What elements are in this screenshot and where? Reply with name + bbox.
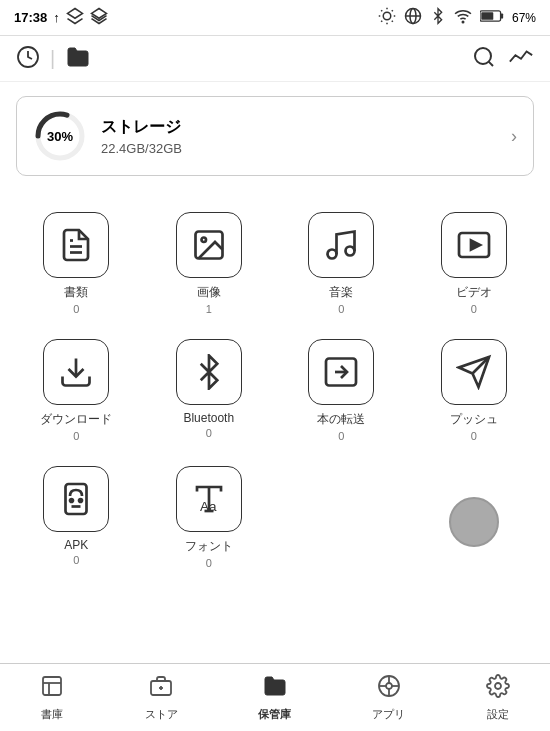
bottom-item-storage[interactable]: 保管庫 [248,670,301,726]
grid-item-music[interactable]: 音楽 0 [275,200,408,327]
bottom-item-apps[interactable]: アプリ [362,670,415,726]
grid-item-apk[interactable]: APK 0 [10,454,143,581]
video-count: 0 [471,303,477,315]
grid-item-book-transfer[interactable]: 本の転送 0 [275,327,408,454]
nav-right [472,45,534,73]
fonts-label: フォント [185,538,233,555]
storage-title: ストレージ [101,117,511,138]
svg-line-10 [392,10,393,11]
music-count: 0 [338,303,344,315]
globe-icon [404,7,422,28]
grid-item-documents[interactable]: 書類 0 [10,200,143,327]
folder-icon[interactable] [65,45,91,73]
video-icon-box [441,212,507,278]
time: 17:38 [14,10,47,25]
settings-label: 設定 [487,707,509,722]
fonts-icon-box: Aa [176,466,242,532]
library-label: 書庫 [41,707,63,722]
svg-point-26 [201,238,206,243]
video-label: ビデオ [456,284,492,301]
search-icon[interactable] [472,45,496,73]
grid-item-empty [275,454,408,581]
download-label: ダウンロード [40,411,112,428]
svg-line-5 [381,10,382,11]
layers2-icon [90,7,108,28]
bottom-item-settings[interactable]: 設定 [476,670,520,726]
svg-point-27 [328,250,337,259]
apps-icon [377,674,401,704]
nav-left: | [16,45,91,73]
svg-line-6 [392,21,393,22]
grid-item-bluetooth[interactable]: Bluetooth 0 [143,327,276,454]
bluetooth-label: Bluetooth [183,411,234,425]
chart-icon[interactable] [508,46,534,72]
svg-point-37 [70,499,73,502]
svg-line-20 [489,61,493,65]
clock-icon[interactable] [16,45,40,73]
svg-marker-30 [471,241,480,250]
status-right: 67% [378,7,536,28]
music-icon-box [308,212,374,278]
grid-item-images[interactable]: 画像 1 [143,200,276,327]
divider: | [50,47,55,70]
grid-item-fonts[interactable]: Aa フォント 0 [143,454,276,581]
storage-percent: 30% [47,129,73,144]
bottom-item-store[interactable]: ストア [135,670,188,726]
grid-item-circle-btn[interactable] [408,454,541,581]
library-icon [40,674,64,704]
wifi-icon [454,7,472,28]
nav-bar: | [0,36,550,82]
svg-point-50 [386,683,392,689]
bluetooth-count: 0 [206,427,212,439]
svg-point-14 [462,21,464,23]
storage-detail: 22.4GB/32GB [101,141,511,156]
svg-line-9 [381,21,382,22]
grid-item-download[interactable]: ダウンロード 0 [10,327,143,454]
apps-label: アプリ [372,707,405,722]
download-icon-box [43,339,109,405]
storage-arrow: › [511,126,517,147]
images-label: 画像 [197,284,221,301]
push-count: 0 [471,430,477,442]
store-label: ストア [145,707,178,722]
images-icon-box [176,212,242,278]
battery-percent: 67% [512,11,536,25]
fonts-count: 0 [206,557,212,569]
bottom-item-library[interactable]: 書庫 [30,670,74,726]
grid-item-video[interactable]: ビデオ 0 [408,200,541,327]
svg-point-28 [346,247,355,256]
upload-icon: ↑ [53,10,60,25]
book-transfer-icon-box [308,339,374,405]
images-count: 1 [206,303,212,315]
battery-icon [480,9,504,26]
apk-count: 0 [73,554,79,566]
svg-marker-0 [67,9,82,19]
svg-point-19 [475,48,491,64]
brightness-icon [378,7,396,28]
svg-rect-43 [43,677,61,695]
svg-point-38 [79,499,82,502]
documents-icon-box [43,212,109,278]
book-transfer-label: 本の転送 [317,411,365,428]
download-count: 0 [73,430,79,442]
documents-label: 書類 [64,284,88,301]
storage-info: ストレージ 22.4GB/32GB [101,117,511,156]
storage-card[interactable]: 30% ストレージ 22.4GB/32GB › [16,96,534,176]
bluetooth-icon-box [176,339,242,405]
status-left: 17:38 ↑ [14,7,108,28]
storage-label: 保管庫 [258,707,291,722]
push-label: プッシュ [450,411,498,428]
apk-label: APK [64,538,88,552]
file-grid: 書類 0 画像 1 音楽 0 [0,190,550,591]
documents-count: 0 [73,303,79,315]
circle-button[interactable] [449,497,499,547]
store-icon [149,674,173,704]
svg-rect-16 [481,12,493,20]
storage-icon [263,674,287,704]
grid-item-push[interactable]: プッシュ 0 [408,327,541,454]
push-icon-box [441,339,507,405]
svg-text:Aa: Aa [200,499,217,514]
music-label: 音楽 [329,284,353,301]
bottom-nav: 書庫 ストア 保管庫 [0,663,550,731]
storage-circle: 30% [33,109,87,163]
